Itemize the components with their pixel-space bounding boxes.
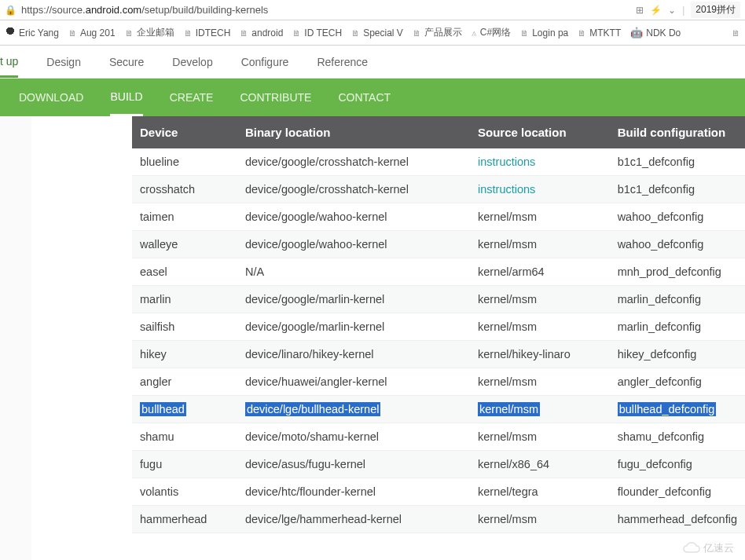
bookmark-item[interactable]: 🗎Special V <box>351 27 403 38</box>
site-nav-item[interactable]: Reference <box>317 48 368 76</box>
table-row: volantisdevice/htc/flounder-kernelkernel… <box>132 478 745 506</box>
site-nav-item[interactable]: Secure <box>109 48 144 76</box>
address-bar-right: ⊞ ⚡ ⌄ | 2019拼付 <box>636 2 740 18</box>
bookmark-label: 产品展示 <box>424 26 462 39</box>
file-icon[interactable]: 🗎 <box>732 28 740 38</box>
green-nav-item[interactable]: DOWNLOAD <box>19 80 83 115</box>
table-row: marlindevice/google/marlin-kernelkernel/… <box>132 286 745 313</box>
cell-binary: device/htc/flounder-kernel <box>237 478 470 506</box>
bookmark-item[interactable]: 🗎企业邮箱 <box>125 26 174 39</box>
table-row: shamudevice/moto/shamu-kernelkernel/msms… <box>132 423 745 451</box>
file-icon: 🗎 <box>68 28 77 38</box>
cell-source[interactable]: instructions <box>470 148 610 176</box>
green-nav-item[interactable]: CREATE <box>170 80 214 115</box>
site-nav-item[interactable]: Configure <box>241 48 289 76</box>
bookmark-item[interactable]: 🗎android <box>240 27 283 38</box>
bookmark-item[interactable]: 🤖NDK Do <box>630 27 681 38</box>
th-build: Build configuration <box>610 116 745 148</box>
cell-binary: device/linaro/hikey-kernel <box>237 341 470 368</box>
main-column: Device Binary location Source location B… <box>31 116 745 560</box>
file-icon: 🗎 <box>240 28 248 38</box>
site-nav-item[interactable]: Design <box>46 48 81 76</box>
cell-build: marlin_defconfig <box>610 286 745 313</box>
cell-binary: device/lge/hammerhead-kernel <box>237 506 470 533</box>
table-row: anglerdevice/huawei/angler-kernelkernel/… <box>132 368 745 396</box>
green-nav-item[interactable]: CONTRIBUTE <box>240 80 311 115</box>
cell-device: hikey <box>132 341 237 368</box>
bookmark-item[interactable]: 🗎MTKTT <box>578 27 621 38</box>
url-prefix: https://source. <box>21 4 86 16</box>
bookmark-item[interactable]: 🗎Aug 201 <box>68 27 116 38</box>
cell-binary: device/lge/bullhead-kernel <box>237 396 470 423</box>
bookmark-item[interactable]: 🗎产品展示 <box>413 26 462 39</box>
qr-icon[interactable]: ⊞ <box>636 5 644 16</box>
cell-source-link[interactable]: instructions <box>478 183 535 196</box>
site-nav-item[interactable]: t up <box>0 47 18 78</box>
cell-build: shamu_defconfig <box>610 423 745 451</box>
cell-device: taimen <box>132 203 237 231</box>
cell-build: wahoo_defconfig <box>610 203 745 231</box>
cell-binary: device/google/wahoo-kernel <box>237 231 470 258</box>
site-nav-item[interactable]: Develop <box>172 48 212 76</box>
cell-build: mnh_prod_defconfig <box>610 258 745 286</box>
cell-source: kernel/hikey-linaro <box>470 341 610 368</box>
kernel-table: Device Binary location Source location B… <box>132 116 745 533</box>
table-row: fugudevice/asus/fugu-kernelkernel/x86_64… <box>132 451 745 478</box>
bookmark-label: MTKTT <box>589 27 621 38</box>
cell-build: hikey_defconfig <box>610 341 745 368</box>
table-row: hikeydevice/linaro/hikey-kernelkernel/hi… <box>132 341 745 368</box>
cell-source-link[interactable]: instructions <box>478 156 535 168</box>
year-badge[interactable]: 2019拼付 <box>691 2 740 18</box>
cell-source: kernel/msm <box>470 423 610 451</box>
cell-source: kernel/arm64 <box>470 258 610 286</box>
bolt-icon[interactable]: ⚡ <box>650 5 662 16</box>
bookmark-item[interactable]: 🗎IDTECH <box>184 27 231 38</box>
android-icon: 🤖 <box>630 27 643 38</box>
green-nav-item[interactable]: BUILD <box>110 79 142 116</box>
divider: | <box>682 5 684 16</box>
cell-source[interactable]: instructions <box>470 176 610 203</box>
green-nav-item[interactable]: CONTACT <box>338 80 391 115</box>
cell-device: bullhead <box>132 396 237 423</box>
table-row: crosshatchdevice/google/crosshatch-kerne… <box>132 176 745 203</box>
bookmark-item[interactable]: 🗎Login pa <box>520 27 568 38</box>
bookmark-label: Login pa <box>532 27 568 38</box>
cell-device: shamu <box>132 423 237 451</box>
cell-source: kernel/msm <box>470 368 610 396</box>
cell-device: volantis <box>132 478 237 506</box>
table-row: hammerheaddevice/lge/hammerhead-kernelke… <box>132 506 745 533</box>
bookmark-bar: Eric Yang🗎Aug 201🗎企业邮箱🗎IDTECH🗎android🗎ID… <box>0 20 745 46</box>
cell-source: kernel/tegra <box>470 478 610 506</box>
chevron-down-icon[interactable]: ⌄ <box>668 5 676 16</box>
bookmark-item[interactable]: ⟑C#网络 <box>472 26 511 39</box>
left-sidebar <box>0 116 31 560</box>
bookmark-item[interactable]: 🗎ID TECH <box>292 27 342 38</box>
th-binary: Binary location <box>237 116 470 148</box>
cell-build: angler_defconfig <box>610 368 745 396</box>
table-header-row: Device Binary location Source location B… <box>132 116 745 148</box>
cell-build: flounder_defconfig <box>610 478 745 506</box>
file-icon: 🗎 <box>520 28 529 38</box>
cell-source: kernel/msm <box>470 286 610 313</box>
cell-device: angler <box>132 368 237 396</box>
bookmark-label: C#网络 <box>480 26 511 39</box>
file-icon: 🗎 <box>292 28 301 38</box>
cell-build-highlight: bullhead_defconfig <box>618 402 717 416</box>
cloud-icon <box>683 542 700 555</box>
cell-binary: device/google/crosshatch-kernel <box>237 176 470 203</box>
cell-device: blueline <box>132 148 237 176</box>
cell-device: fugu <box>132 451 237 478</box>
bookmark-label: android <box>251 27 283 38</box>
cell-binary: device/huawei/angler-kernel <box>237 368 470 396</box>
bookmark-label: 企业邮箱 <box>137 26 174 39</box>
table-row: bluelinedevice/google/crosshatch-kerneli… <box>132 148 745 176</box>
url-text[interactable]: https://source.android.com/setup/build/b… <box>21 4 636 16</box>
cell-device-highlight: bullhead <box>140 402 186 416</box>
cell-source-highlight: kernel/msm <box>478 402 540 416</box>
cell-source: kernel/msm <box>470 396 610 423</box>
bookmark-item[interactable]: Eric Yang <box>5 27 59 38</box>
cell-build: b1c1_defconfig <box>610 148 745 176</box>
cell-build: marlin_defconfig <box>610 313 745 341</box>
url-suffix: /setup/build/building-kernels <box>141 4 268 16</box>
cell-device: walleye <box>132 231 237 258</box>
